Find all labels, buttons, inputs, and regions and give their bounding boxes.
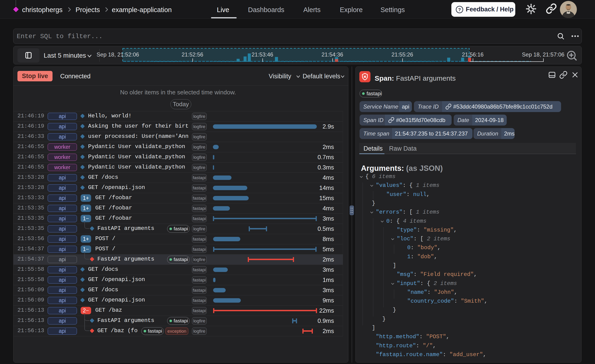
svg-text:?: ? (458, 7, 461, 12)
